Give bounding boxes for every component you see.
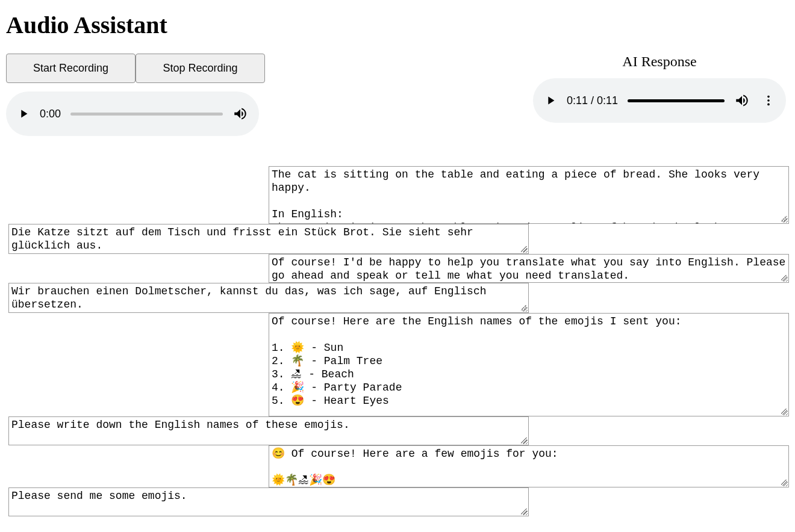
- assistant-message[interactable]: 😊 Of course! Here are a few emojis for y…: [269, 445, 789, 487]
- start-recording-button[interactable]: Start Recording: [6, 54, 136, 83]
- volume-icon[interactable]: [734, 93, 750, 108]
- kebab-menu-icon[interactable]: [759, 94, 775, 107]
- volume-icon[interactable]: [232, 106, 248, 122]
- user-message[interactable]: Please send me some emojis.: [8, 487, 529, 516]
- svg-point-2: [767, 104, 770, 106]
- play-icon[interactable]: [544, 94, 557, 107]
- ai-response-label: AI Response: [622, 54, 696, 70]
- stop-recording-button[interactable]: Stop Recording: [136, 54, 265, 83]
- svg-point-0: [767, 96, 770, 98]
- assistant-message[interactable]: Of course! Here are the English names of…: [269, 313, 789, 416]
- user-message[interactable]: Wir brauchen einen Dolmetscher, kannst d…: [8, 283, 529, 313]
- user-audio-time: 0:00: [40, 108, 61, 120]
- ai-audio-player[interactable]: 0:11 / 0:11: [533, 78, 786, 123]
- ai-audio-track[interactable]: [628, 99, 725, 102]
- conversation: The cat is sitting on the table and eati…: [6, 166, 789, 516]
- user-message[interactable]: Please write down the English names of t…: [8, 416, 529, 445]
- user-audio-player[interactable]: 0:00: [6, 91, 259, 136]
- user-audio-track[interactable]: [70, 113, 223, 116]
- page-title: Audio Assistant: [6, 11, 789, 39]
- ai-audio-time: 0:11 / 0:11: [567, 94, 618, 107]
- assistant-message[interactable]: Of course! I'd be happy to help you tran…: [269, 254, 789, 283]
- assistant-message[interactable]: The cat is sitting on the table and eati…: [269, 166, 789, 224]
- user-message[interactable]: Die Katze sitzt auf dem Tisch und frisst…: [8, 224, 529, 254]
- play-icon[interactable]: [17, 107, 30, 120]
- svg-point-1: [767, 99, 770, 102]
